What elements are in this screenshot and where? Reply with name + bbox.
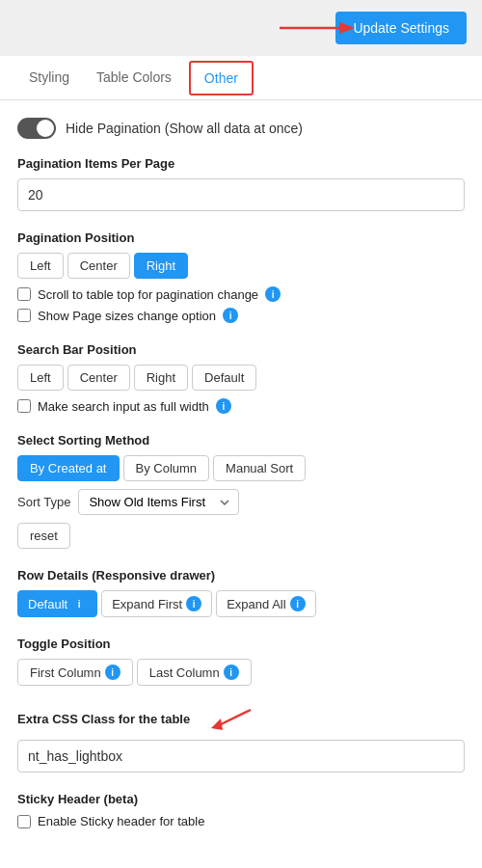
row-details-default-info[interactable]: i bbox=[71, 596, 87, 611]
sticky-header-title: Sticky Header (beta) bbox=[17, 792, 465, 806]
row-details-default-label: Default bbox=[28, 597, 67, 611]
extra-css-input[interactable] bbox=[17, 740, 465, 773]
pagination-pos-left[interactable]: Left bbox=[17, 253, 64, 279]
tab-other[interactable]: Other bbox=[189, 61, 254, 95]
row-details-expand-first[interactable]: Expand First i bbox=[101, 590, 212, 617]
content-area: Hide Pagination (Show all data at once) … bbox=[0, 100, 482, 868]
row-details-title: Row Details (Responsive drawer) bbox=[17, 568, 465, 583]
tab-styling[interactable]: Styling bbox=[15, 56, 83, 100]
scroll-to-top-row: Scroll to table top for pagination chang… bbox=[17, 286, 465, 302]
sorting-method-title: Select Sorting Method bbox=[17, 433, 465, 448]
extra-css-title: Extra CSS Class for the table bbox=[17, 712, 190, 726]
search-bar-group: Left Center Right Default bbox=[17, 365, 465, 391]
hide-pagination-row: Hide Pagination (Show all data at once) bbox=[17, 118, 465, 139]
search-pos-right[interactable]: Right bbox=[134, 365, 188, 391]
sticky-header-label: Enable Sticky header for table bbox=[38, 814, 204, 828]
search-bar-section: Search Bar Position Left Center Right De… bbox=[17, 342, 465, 414]
search-full-width-checkbox[interactable] bbox=[17, 399, 31, 413]
svg-marker-1 bbox=[339, 22, 355, 34]
pagination-pos-right[interactable]: Right bbox=[134, 253, 188, 279]
row-details-expand-first-info[interactable]: i bbox=[186, 596, 201, 611]
sort-type-label: Sort Type bbox=[17, 495, 70, 509]
hide-pagination-toggle[interactable] bbox=[17, 118, 56, 139]
toggle-knob bbox=[37, 120, 54, 137]
toggle-position-title: Toggle Position bbox=[17, 637, 465, 651]
show-page-sizes-checkbox[interactable] bbox=[17, 309, 31, 322]
row-details-section: Row Details (Responsive drawer) Default … bbox=[17, 568, 465, 617]
show-page-sizes-row: Show Page sizes change option i bbox=[17, 308, 465, 323]
toggle-pos-first-label: First Column bbox=[30, 665, 101, 680]
row-details-expand-first-label: Expand First bbox=[112, 597, 182, 611]
hide-pagination-label: Hide Pagination (Show all data at once) bbox=[66, 121, 303, 136]
extra-css-section: Extra CSS Class for the table bbox=[17, 705, 465, 773]
row-details-default[interactable]: Default i bbox=[17, 590, 97, 617]
sort-type-row: Sort Type Show Old Items First Show New … bbox=[17, 489, 465, 515]
show-page-sizes-info-icon[interactable]: i bbox=[223, 308, 238, 323]
search-pos-center[interactable]: Center bbox=[67, 365, 130, 391]
row-details-expand-all-label: Expand All bbox=[227, 597, 285, 611]
svg-line-2 bbox=[217, 710, 251, 726]
tab-table-colors[interactable]: Table Colors bbox=[83, 56, 185, 100]
toggle-position-group: First Column i Last Column i bbox=[17, 659, 465, 686]
sort-manual[interactable]: Manual Sort bbox=[213, 455, 306, 481]
pagination-items-input[interactable] bbox=[17, 178, 465, 211]
tabs-bar: Styling Table Colors Other bbox=[0, 56, 482, 100]
row-details-expand-all-info[interactable]: i bbox=[290, 596, 306, 611]
search-pos-left[interactable]: Left bbox=[17, 365, 64, 391]
toggle-position-section: Toggle Position First Column i Last Colu… bbox=[17, 637, 465, 686]
toggle-pos-first-info[interactable]: i bbox=[105, 665, 120, 680]
toggle-pos-last[interactable]: Last Column i bbox=[137, 659, 252, 686]
reset-button[interactable]: reset bbox=[17, 523, 70, 549]
sticky-header-section: Sticky Header (beta) Enable Sticky heade… bbox=[17, 792, 465, 828]
sort-by-column[interactable]: By Column bbox=[123, 455, 210, 481]
pagination-position-title: Pagination Position bbox=[17, 231, 465, 245]
arrow-right-icon bbox=[280, 17, 357, 39]
arrow-down-left-icon bbox=[198, 705, 255, 732]
sticky-header-row: Enable Sticky header for table bbox=[17, 814, 465, 828]
toggle-pos-last-info[interactable]: i bbox=[224, 665, 239, 680]
row-details-group: Default i Expand First i Expand All i bbox=[17, 590, 465, 617]
sort-by-created[interactable]: By Created at bbox=[17, 455, 120, 481]
pagination-position-group: Left Center Right bbox=[17, 253, 465, 279]
toggle-pos-first[interactable]: First Column i bbox=[17, 659, 133, 686]
search-full-width-row: Make search input as full width i bbox=[17, 398, 465, 414]
sticky-header-checkbox[interactable] bbox=[17, 815, 31, 828]
pagination-items-title: Pagination Items Per Page bbox=[17, 156, 465, 171]
search-bar-title: Search Bar Position bbox=[17, 342, 465, 357]
search-full-width-info-icon[interactable]: i bbox=[216, 398, 231, 414]
sorting-method-section: Select Sorting Method By Created at By C… bbox=[17, 433, 465, 549]
pagination-position-section: Pagination Position Left Center Right Sc… bbox=[17, 231, 465, 323]
scroll-to-top-checkbox[interactable] bbox=[17, 287, 31, 301]
top-bar: Update Settings bbox=[0, 0, 482, 56]
pagination-pos-center[interactable]: Center bbox=[67, 253, 130, 279]
pagination-items-section: Pagination Items Per Page bbox=[17, 156, 465, 211]
sort-type-dropdown[interactable]: Show Old Items First Show New Items Firs… bbox=[78, 489, 239, 515]
search-full-width-label: Make search input as full width bbox=[38, 399, 209, 414]
svg-marker-3 bbox=[211, 719, 223, 730]
show-page-sizes-label: Show Page sizes change option bbox=[38, 309, 216, 323]
scroll-to-top-info-icon[interactable]: i bbox=[265, 286, 281, 302]
search-pos-default[interactable]: Default bbox=[192, 365, 256, 391]
row-details-expand-all[interactable]: Expand All i bbox=[216, 590, 315, 617]
toggle-pos-last-label: Last Column bbox=[149, 665, 220, 680]
scroll-to-top-label: Scroll to table top for pagination chang… bbox=[38, 287, 258, 302]
sorting-method-group: By Created at By Column Manual Sort bbox=[17, 455, 465, 481]
